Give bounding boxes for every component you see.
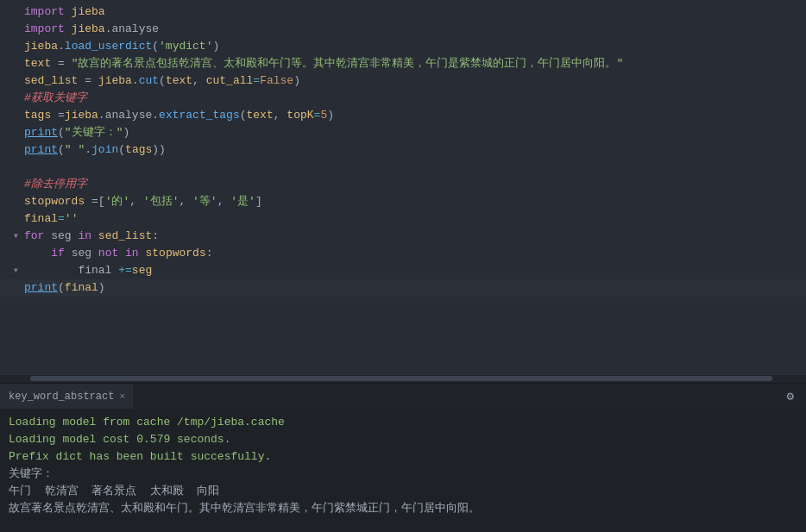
code-token: join xyxy=(91,143,118,156)
code-token: , xyxy=(129,195,143,208)
code-token: False xyxy=(260,74,293,87)
code-token: , xyxy=(274,109,287,122)
code-token: " " xyxy=(65,143,85,156)
code-token: analyse xyxy=(111,22,159,35)
code-token xyxy=(118,247,125,260)
terminal-tab-close-icon[interactable]: × xyxy=(119,391,125,402)
code-token: ) xyxy=(327,109,334,122)
code-token: : xyxy=(152,229,159,242)
code-content: print(" ".join(tags)) xyxy=(24,141,799,159)
gear-icon[interactable]: ⚙ xyxy=(784,389,797,404)
code-token: , xyxy=(179,195,192,208)
code-token: import xyxy=(24,5,65,18)
code-line: print("关键字：") xyxy=(0,124,806,141)
code-token: ) xyxy=(123,126,129,139)
code-token: ) xyxy=(212,40,219,53)
code-token: print xyxy=(24,143,58,156)
code-token: = xyxy=(58,212,65,225)
code-token: '的' xyxy=(105,195,130,208)
code-token: += xyxy=(118,264,132,277)
code-line: ▾for seg in sed_list: xyxy=(0,228,806,245)
code-token: analyse xyxy=(105,109,153,122)
terminal-line: 关键字： xyxy=(9,466,797,483)
code-token: in xyxy=(125,247,139,260)
code-token: . xyxy=(58,40,65,53)
code-token: jieba xyxy=(65,5,105,18)
code-line: text = "故宫的著名景点包括乾清宫、太和殿和午门等。其中乾清宫非常精美，午… xyxy=(0,55,806,72)
code-token: =[ xyxy=(85,195,104,208)
code-token: seg xyxy=(132,264,152,277)
code-token: ( xyxy=(58,126,65,139)
code-content: import jieba.analyse xyxy=(24,21,799,38)
code-line: if seg not in stopwords: xyxy=(0,245,806,262)
code-token: tags xyxy=(24,109,51,122)
code-content: if seg not in stopwords: xyxy=(24,245,799,262)
code-line: ▾ final +=seg xyxy=(0,262,806,279)
code-token: #除去停用字 xyxy=(24,178,87,191)
code-token: load_userdict xyxy=(65,40,152,53)
code-content: sed_list = jieba.cut(text, cut_all=False… xyxy=(24,72,799,90)
code-content: final='' xyxy=(24,210,799,228)
code-token: ( xyxy=(240,109,247,122)
code-line: jieba.load_userdict('mydict') xyxy=(0,38,806,55)
code-content: import jieba xyxy=(24,3,799,21)
code-token: sed_list xyxy=(91,229,152,242)
terminal-line: 午门 乾清宫 著名景点 太和殿 向阳 xyxy=(9,483,797,500)
terminal-output: Loading model from cache /tmp/jieba.cach… xyxy=(0,409,806,532)
code-token: topK xyxy=(287,109,313,122)
code-token: = xyxy=(78,74,98,87)
code-token: final xyxy=(24,212,58,225)
code-content: tags =jieba.analyse.extract_tags(text, t… xyxy=(24,107,799,124)
code-token: tags xyxy=(125,143,152,156)
editor-scrollbar[interactable] xyxy=(0,376,806,383)
code-token: print xyxy=(24,281,58,294)
code-token: ( xyxy=(152,40,159,53)
code-line: #除去停用字 xyxy=(0,176,806,193)
code-token: . xyxy=(85,143,91,156)
terminal-tab-label: key_word_abstract xyxy=(9,391,114,403)
line-number: ▾ xyxy=(0,262,24,279)
code-token: jieba xyxy=(98,74,132,87)
code-token: in xyxy=(78,229,91,242)
code-token: . xyxy=(132,74,139,87)
terminal-tab-icons: ⚙ xyxy=(784,384,806,409)
code-token: extract_tags xyxy=(159,109,240,122)
code-content: print("关键字：") xyxy=(24,124,799,141)
code-token: cut_all xyxy=(206,74,254,87)
code-token: ( xyxy=(118,143,125,156)
code-token: for xyxy=(24,229,44,242)
code-content: #获取关键字 xyxy=(24,90,799,107)
code-token: ] xyxy=(255,195,262,208)
code-token: '' xyxy=(65,212,79,225)
code-token: = xyxy=(51,57,71,70)
code-editor[interactable]: import jiebaimport jieba.analysejieba.lo… xyxy=(0,0,806,375)
code-line: print(" ".join(tags)) xyxy=(0,141,806,159)
code-token: if xyxy=(51,247,65,260)
code-token: text xyxy=(24,57,51,70)
code-token: '等' xyxy=(192,195,217,208)
code-token: text xyxy=(166,74,192,87)
code-token xyxy=(24,247,51,260)
code-content: stopwords =['的', '包括', '等', '是'] xyxy=(24,193,799,210)
code-token: )) xyxy=(152,143,166,156)
code-line: stopwords =['的', '包括', '等', '是'] xyxy=(0,193,806,210)
code-token: #获取关键字 xyxy=(24,91,87,104)
code-token: print xyxy=(24,126,58,139)
code-token: . xyxy=(152,109,159,122)
code-content: for seg in sed_list: xyxy=(24,228,799,245)
code-token: , xyxy=(192,74,206,87)
code-token: import xyxy=(24,22,65,35)
code-token: ) xyxy=(98,281,105,294)
terminal-tab-key-word-abstract[interactable]: key_word_abstract × xyxy=(0,384,135,409)
code-token: not xyxy=(98,247,118,260)
terminal-line: Loading model from cache /tmp/jieba.cach… xyxy=(9,414,797,431)
code-token: ( xyxy=(58,143,65,156)
editor-scrollbar-thumb xyxy=(30,376,772,381)
code-content: #除去停用字 xyxy=(24,176,799,193)
code-content: text = "故宫的著名景点包括乾清宫、太和殿和午门等。其中乾清宫非常精美，午… xyxy=(24,55,799,72)
terminal-tab-bar: key_word_abstract × ⚙ xyxy=(0,383,806,409)
code-token: seg xyxy=(65,247,98,260)
code-line: tags =jieba.analyse.extract_tags(text, t… xyxy=(0,107,806,124)
code-token: jieba xyxy=(24,40,58,53)
code-line: import jieba xyxy=(0,3,806,21)
